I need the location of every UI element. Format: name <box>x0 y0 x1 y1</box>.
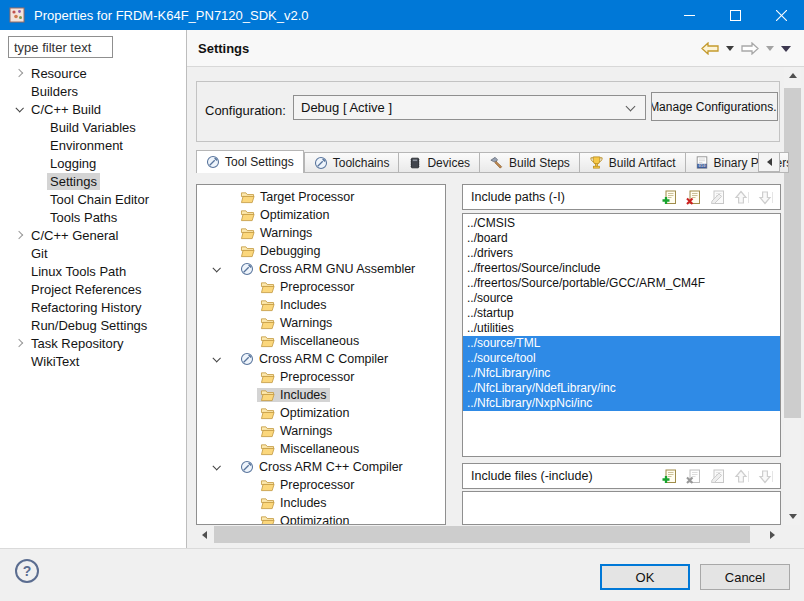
tool-tree-item-miscellaneous[interactable]: Miscellaneous <box>197 332 445 350</box>
include-path-item[interactable]: ../NfcLibrary/inc <box>463 366 780 381</box>
scroll-right-button[interactable] <box>764 526 781 543</box>
tool-tree-item-optimization[interactable]: Optimization <box>197 206 445 224</box>
help-button[interactable]: ? <box>15 559 39 583</box>
include-path-item[interactable]: ../NfcLibrary/NdefLibrary/inc <box>463 381 780 396</box>
tab-build-artifact[interactable]: Build Artifact <box>579 152 685 173</box>
settings-pane: Settings Configuration: Debug [ Active ] <box>187 30 804 548</box>
add-icon[interactable] <box>661 468 678 485</box>
tool-tree-item-includes[interactable]: Includes <box>197 296 445 314</box>
sidebar-item-settings[interactable]: Settings <box>0 172 185 190</box>
folder-icon <box>260 335 275 348</box>
tool-tree-item-cross-arm-c-compiler[interactable]: Cross ARM C++ Compiler <box>197 458 445 476</box>
sidebar-item-refactoring-history[interactable]: Refactoring History <box>0 298 185 316</box>
close-button[interactable] <box>758 0 804 30</box>
scroll-left-button[interactable] <box>196 526 213 543</box>
sidebar-item-wikitext[interactable]: WikiText <box>0 352 185 370</box>
include-path-item[interactable]: ../CMSIS <box>463 216 780 231</box>
tool-tree-item-cross-arm-gnu-assembler[interactable]: Cross ARM GNU Assembler <box>197 260 445 278</box>
vertical-scrollbar-thumb[interactable] <box>784 88 801 418</box>
chevron-down-icon[interactable] <box>10 106 28 112</box>
add-icon[interactable] <box>661 189 678 206</box>
include-path-item[interactable]: ../freertos/Source/portable/GCC/ARM_CM4F <box>463 276 780 291</box>
horizontal-scrollbar-thumb[interactable] <box>214 526 750 543</box>
tool-tree-item-miscellaneous[interactable]: Miscellaneous <box>197 440 445 458</box>
sidebar-item-builders[interactable]: Builders <box>0 82 185 100</box>
tab-scroll-button[interactable] <box>758 152 780 172</box>
tab-build-steps[interactable]: Build Steps <box>479 152 579 173</box>
scroll-up-button[interactable] <box>784 67 801 84</box>
tool-tree-item-debugging[interactable]: Debugging <box>197 242 445 260</box>
tool-tree-item-warnings[interactable]: Warnings <box>197 314 445 332</box>
sidebar-item-task-repository[interactable]: Task Repository <box>0 334 185 352</box>
include-path-item[interactable]: ../source <box>463 291 780 306</box>
view-menu-icon[interactable] <box>781 46 791 52</box>
chevron-right-icon[interactable] <box>10 340 28 346</box>
tab-toolchains[interactable]: Toolchains <box>304 152 399 173</box>
filter-input[interactable] <box>8 36 113 58</box>
sidebar-item-project-references[interactable]: Project References <box>0 280 185 298</box>
tool-tree-item-warnings[interactable]: Warnings <box>197 224 445 242</box>
tool-tree-item-includes[interactable]: Includes <box>197 386 445 404</box>
include-path-item[interactable]: ../NfcLibrary/NxpNci/inc <box>463 396 780 411</box>
tool-tree-item-preprocessor[interactable]: Preprocessor <box>197 476 445 494</box>
sidebar-item-label: Linux Tools Path <box>28 263 129 280</box>
horizontal-scrollbar[interactable] <box>196 526 781 543</box>
sidebar-item-c-c-general[interactable]: C/C++ General <box>0 226 185 244</box>
tool-tree-item-label: Warnings <box>260 226 312 240</box>
tab-tool-settings[interactable]: Tool Settings <box>196 150 304 173</box>
sidebar: ResourceBuildersC/C++ BuildBuild Variabl… <box>0 30 187 548</box>
vertical-scrollbar[interactable] <box>784 67 801 525</box>
tool-tree-item-warnings[interactable]: Warnings <box>197 422 445 440</box>
sidebar-item-logging[interactable]: Logging <box>0 154 185 172</box>
include-files-list <box>462 491 781 525</box>
include-path-item[interactable]: ../source/TML <box>463 336 780 351</box>
maximize-button[interactable] <box>712 0 758 30</box>
delete-icon[interactable] <box>685 189 702 206</box>
tool-tree-item-preprocessor[interactable]: Preprocessor <box>197 368 445 386</box>
sidebar-item-tools-paths[interactable]: Tools Paths <box>0 208 185 226</box>
sidebar-item-git[interactable]: Git <box>0 244 185 262</box>
tool-tree-item-includes[interactable]: Includes <box>197 494 445 512</box>
minimize-button[interactable] <box>666 0 712 30</box>
forward-icon[interactable] <box>741 42 759 55</box>
sidebar-item-label: Resource <box>28 65 90 82</box>
forward-menu-icon[interactable] <box>766 46 774 51</box>
sidebar-item-c-c-build[interactable]: C/C++ Build <box>0 100 185 118</box>
include-path-item[interactable]: ../board <box>463 231 780 246</box>
include-files-header: Include files (-include) <box>462 463 781 489</box>
sidebar-item-tool-chain-editor[interactable]: Tool Chain Editor <box>0 190 185 208</box>
manage-configurations-button[interactable]: Manage Configurations.. <box>651 92 778 121</box>
chevron-right-icon[interactable] <box>10 232 28 238</box>
chevron-right-icon[interactable] <box>10 70 28 76</box>
back-icon[interactable] <box>701 42 719 55</box>
folder-icon <box>260 407 275 420</box>
sidebar-item-environment[interactable]: Environment <box>0 136 185 154</box>
scroll-down-button[interactable] <box>784 508 801 525</box>
include-path-item[interactable]: ../source/tool <box>463 351 780 366</box>
sidebar-item-linux-tools-path[interactable]: Linux Tools Path <box>0 262 185 280</box>
configuration-select[interactable]: Debug [ Active ] <box>293 95 646 120</box>
tab-devices[interactable]: Devices <box>398 152 479 173</box>
sidebar-item-resource[interactable]: Resource <box>0 64 185 82</box>
chevron-down-icon[interactable] <box>209 266 223 272</box>
tool-tree-item-optimization[interactable]: Optimization <box>197 404 445 422</box>
arrow-up-icon <box>789 73 797 78</box>
include-path-item[interactable]: ../drivers <box>463 246 780 261</box>
sidebar-item-run-debug-settings[interactable]: Run/Debug Settings <box>0 316 185 334</box>
tool-tree-item-preprocessor[interactable]: Preprocessor <box>197 278 445 296</box>
include-path-item[interactable]: ../startup <box>463 306 780 321</box>
tool-tree-item-cross-arm-c-compiler[interactable]: Cross ARM C Compiler <box>197 350 445 368</box>
ok-button[interactable]: OK <box>600 564 690 590</box>
tool-tree-item-optimization[interactable]: Optimization <box>197 512 445 525</box>
tool-settings-tree: Target ProcessorOptimizationWarningsDebu… <box>196 184 446 525</box>
include-path-item[interactable]: ../utilities <box>463 321 780 336</box>
include-path-item[interactable]: ../freertos/Source/include <box>463 261 780 276</box>
sidebar-item-build-variables[interactable]: Build Variables <box>0 118 185 136</box>
cancel-button[interactable]: Cancel <box>700 564 790 590</box>
sidebar-item-label: Settings <box>47 173 100 190</box>
tool-tree-item-label: Optimization <box>280 406 349 420</box>
back-menu-icon[interactable] <box>726 46 734 51</box>
chevron-down-icon[interactable] <box>209 464 223 470</box>
tool-tree-item-target-processor[interactable]: Target Processor <box>197 188 445 206</box>
chevron-down-icon[interactable] <box>209 356 223 362</box>
